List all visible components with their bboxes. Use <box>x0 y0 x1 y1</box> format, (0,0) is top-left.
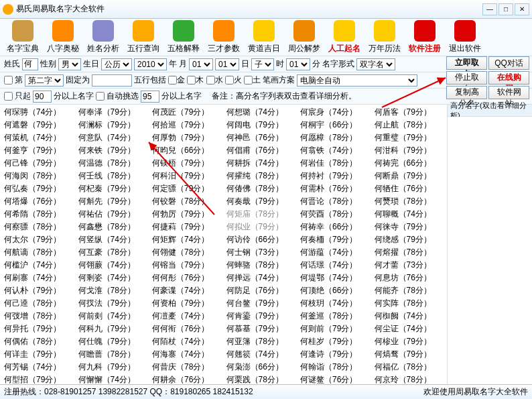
name-cell[interactable]: 何遮磐（79分） <box>3 119 74 131</box>
name-cell[interactable]: 何游蕴（74分） <box>299 246 371 259</box>
name-cell[interactable]: 何瞻蔷（78分） <box>77 348 149 361</box>
name-cell[interactable]: 何想璐（74分） <box>225 106 297 119</box>
name-cell[interactable]: 何懈懈（74分） <box>77 374 149 384</box>
maximize-button[interactable]: □ <box>498 3 513 15</box>
name-cell[interactable]: 何矩辉（74分） <box>151 233 222 246</box>
name-cell[interactable]: 何海寨（74分） <box>151 348 222 361</box>
name-cell[interactable]: 何栗践（78分） <box>225 374 297 384</box>
name-cell[interactable]: 何熔擢（78分） <box>373 246 445 259</box>
toolbar-item-10[interactable]: 软件注册 <box>406 20 444 54</box>
name-cell[interactable]: 何顶绝（66分） <box>299 284 371 297</box>
name-cell[interactable]: 何祐佔（79分） <box>77 208 149 221</box>
name-cell[interactable]: 何斛先（79分） <box>77 195 149 208</box>
name-cell[interactable]: 何重璧（79分） <box>373 131 445 144</box>
name-cell[interactable]: 何逢诗（79分） <box>299 348 371 361</box>
only-start-input[interactable] <box>33 91 52 103</box>
name-cell[interactable]: 何访伶（66分） <box>225 233 297 246</box>
name-cell[interactable]: 何鑫懋（78分） <box>77 221 149 233</box>
name-cell[interactable]: 何希隋（78分） <box>3 208 74 221</box>
name-cell[interactable]: 何策机（74分） <box>3 131 74 144</box>
toolbar-item-3[interactable]: 五行查询 <box>125 20 162 54</box>
name-cell[interactable]: 何翕铁（74分） <box>299 144 371 157</box>
name-cell[interactable]: 何资柏（79分） <box>151 297 222 310</box>
name-cell[interactable]: 何科九（79分） <box>77 323 149 335</box>
name-cell[interactable]: 何豪谍（74分） <box>151 284 222 297</box>
name-cell[interactable]: 何椮业（79分） <box>373 335 445 348</box>
name-cell[interactable]: 何蟀骆（78分） <box>225 259 297 272</box>
name-cell[interactable]: 何仕魄（79分） <box>77 335 149 348</box>
toolbar-item-2[interactable]: 姓名分析 <box>84 20 122 54</box>
name-cell[interactable]: 何翰诣（78分） <box>299 361 371 374</box>
hour-select[interactable]: 01 <box>286 58 310 70</box>
name-cell[interactable]: 何凒橐（74分） <box>151 310 222 323</box>
name-cell[interactable]: 何定骠（79分） <box>151 182 222 195</box>
name-cell[interactable]: 何枝玥（74分） <box>299 297 371 310</box>
name-cell[interactable]: 何釜巡（78分） <box>299 310 371 323</box>
name-cell[interactable]: 何航谪（78分） <box>3 246 74 259</box>
qq-chat-button[interactable]: QQ对话 <box>488 56 529 70</box>
name-cell[interactable]: 何芳锡（74分） <box>3 361 74 374</box>
surname-input[interactable] <box>22 58 38 70</box>
name-cell[interactable]: 何台鳌（79分） <box>225 297 297 310</box>
name-cell[interactable]: 何牺住（76分） <box>373 182 445 195</box>
auto-pick-check[interactable] <box>96 92 105 101</box>
name-cell[interactable]: 何聊穊（74分） <box>373 208 445 221</box>
name-cell[interactable]: 何己锋（79分） <box>3 157 74 170</box>
name-cell[interactable]: 何宸身（74分） <box>299 106 371 119</box>
name-cell[interactable]: 何祷幸（66分） <box>299 221 371 233</box>
name-cell[interactable]: 何厚勃（79分） <box>151 131 222 144</box>
name-cell[interactable]: 何攉纯（78分） <box>225 170 297 182</box>
name-cell[interactable]: 何弘奏（79分） <box>3 182 74 195</box>
name-cell[interactable]: 何需朴（76分） <box>299 182 371 195</box>
name-cell[interactable]: 何翹篌（74分） <box>225 348 297 361</box>
name-cell[interactable]: 何枭澎（66分） <box>225 361 297 374</box>
name-cell[interactable]: 何昀兒（66分） <box>151 144 222 157</box>
calendar-select[interactable]: 公历 <box>101 58 132 70</box>
start-naming-button[interactable]: 立即取名 <box>446 56 487 70</box>
name-cell[interactable]: 何温德（78分） <box>77 157 149 170</box>
name-cell[interactable]: 何燹琐（78分） <box>373 195 445 208</box>
toolbar-item-0[interactable]: 名字宝典 <box>4 20 42 54</box>
stop-naming-button[interactable]: 停止取名 <box>446 71 487 84</box>
buy-online-button[interactable]: 在线购买 <box>488 71 529 84</box>
name-cell[interactable]: 何澜标（79分） <box>77 119 149 131</box>
name-cell[interactable]: 何杞秦（79分） <box>77 182 149 195</box>
name-cell[interactable]: 何详圭（79分） <box>3 348 74 361</box>
name-cell[interactable]: 何息坊（76分） <box>373 272 445 284</box>
name-cell[interactable]: 何则前（79分） <box>299 323 371 335</box>
name-cell[interactable]: 何镁梧（79分） <box>151 157 222 170</box>
element-check-木[interactable] <box>187 76 196 84</box>
name-cell[interactable]: 何奉泽（79分） <box>77 106 149 119</box>
name-cell[interactable]: 何亚籓（78分） <box>225 335 297 348</box>
day-select[interactable]: 01 <box>215 58 239 70</box>
name-cell[interactable]: 何科汨（79分） <box>151 170 222 182</box>
name-cell[interactable]: 何桂岁（79分） <box>299 335 371 348</box>
copy-high-score-button[interactable]: 复制高分名 <box>446 86 487 99</box>
name-cell[interactable]: 何型招（79分） <box>3 374 74 384</box>
name-cell[interactable]: 何实阵（78分） <box>373 297 445 310</box>
name-cell[interactable]: 何陌杖（74分） <box>151 335 222 348</box>
name-cell[interactable]: 何海闵（78分） <box>3 170 74 182</box>
hour-branch-select[interactable]: 子 <box>251 58 274 70</box>
name-cell[interactable]: 何认朴（79分） <box>3 284 74 297</box>
software-website-button[interactable]: 软件网站 <box>488 86 529 99</box>
name-cell[interactable]: 何绕感（79分） <box>373 233 445 246</box>
toolbar-item-1[interactable]: 八字奥秘 <box>44 20 82 54</box>
name-cell[interactable]: 何弢增（78分） <box>3 310 74 323</box>
toolbar-item-9[interactable]: 万年历法 <box>366 20 403 54</box>
name-cell[interactable]: 何察骠（78分） <box>3 221 74 233</box>
name-cell[interactable]: 何剩姿（74分） <box>77 272 149 284</box>
name-cell[interactable]: 何意队（74分） <box>77 131 149 144</box>
toolbar-item-5[interactable]: 三才参数 <box>205 20 243 54</box>
name-cell[interactable]: 何耕余（76分） <box>151 374 222 384</box>
name-cell[interactable]: 何熇骛（79分） <box>373 348 445 361</box>
name-cell[interactable]: 何能齐（78分） <box>373 284 445 297</box>
name-cell[interactable]: 何谜鳌（76分） <box>299 374 371 384</box>
name-cell[interactable]: 何翎健（78分） <box>151 246 222 259</box>
name-cell[interactable]: 何茂匠（79分） <box>151 106 222 119</box>
name-cell[interactable]: 何扠法（79分） <box>77 297 149 310</box>
name-cell[interactable]: 何戈淮（78分） <box>77 284 149 297</box>
close-button[interactable]: ✕ <box>515 3 529 15</box>
name-cell[interactable]: 何互豪（78分） <box>77 246 149 259</box>
name-cell[interactable]: 何来铁（79分） <box>77 144 149 157</box>
